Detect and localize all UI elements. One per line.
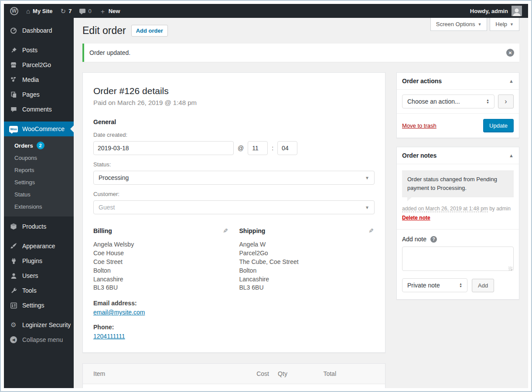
sidebar-item-plugins[interactable]: Plugins — [4, 253, 74, 268]
dismiss-notice-icon[interactable]: ✕ — [506, 49, 514, 57]
sidebar-label: Loginizer Security — [22, 321, 71, 328]
updates-icon: ↻ — [61, 8, 66, 14]
date-created-label: Date created: — [93, 132, 375, 138]
customer-value: Guest — [99, 204, 115, 211]
sidebar-item-tools[interactable]: Tools — [4, 283, 74, 298]
order-actions-heading: Order actions — [402, 78, 442, 84]
order-notes-heading: Order notes — [402, 152, 437, 159]
help-icon[interactable]: ? — [430, 236, 437, 243]
sidebar-item-settings[interactable]: Settings — [4, 298, 74, 313]
wordpress-logo-icon[interactable]: W — [10, 7, 18, 15]
customer-select[interactable]: Guest ▼ — [93, 200, 375, 214]
order-actions-box: Order actions ▲ Choose an action... ▲▼ › — [396, 72, 519, 138]
plus-icon: ＋ — [99, 8, 106, 14]
sidebar-item-comments[interactable]: Comments — [4, 102, 74, 117]
sidebar-item-woocommerce[interactable]: Woo WooCommerce — [4, 122, 74, 136]
shipping-line: Parcel2Go — [239, 249, 374, 258]
add-note-label: Add note — [402, 236, 426, 243]
brush-icon — [9, 243, 18, 250]
woocommerce-icon: Woo — [9, 126, 18, 132]
status-select[interactable]: Processing ▼ — [93, 171, 375, 185]
screen-options-label: Screen Options — [436, 21, 475, 27]
browser-frame: W ⌂ My Site ↻ 7 0 ＋ New H — [0, 0, 532, 392]
admin-bar: W ⌂ My Site ↻ 7 0 ＋ New H — [4, 4, 528, 18]
email-label: Email address: — [93, 300, 228, 307]
items-table-header: Item Cost Qty Total — [83, 364, 385, 384]
phone-link[interactable]: 1204111111 — [93, 333, 125, 340]
avatar[interactable] — [512, 6, 522, 16]
admin-bar-comments[interactable]: 0 — [79, 8, 91, 14]
submenu-orders[interactable]: Orders 2 — [4, 139, 74, 152]
hour-input[interactable] — [248, 141, 268, 155]
sidebar-item-collapse[interactable]: ◀ Collapse menu — [4, 332, 74, 347]
submenu-reports[interactable]: Reports — [4, 164, 74, 176]
admin-bar-updates[interactable]: ↻ 7 — [61, 8, 72, 14]
admin-bar-site[interactable]: ⌂ My Site — [26, 8, 53, 14]
apply-action-button[interactable]: › — [498, 95, 514, 108]
success-notice: Order updated. ✕ — [82, 44, 519, 62]
chevron-down-icon: ▼ — [510, 22, 514, 27]
sidebar-item-dashboard[interactable]: Dashboard — [4, 23, 74, 38]
shipping-line: Angela W — [239, 240, 374, 249]
billing-line: BL3 6BU — [93, 284, 228, 292]
submenu-status[interactable]: Status — [4, 188, 74, 200]
sidebar-label: Pages — [22, 91, 40, 98]
submenu-settings[interactable]: Settings — [4, 176, 74, 188]
sidebar-item-media[interactable]: Media — [4, 72, 74, 87]
cost-column-header: Cost — [230, 370, 269, 377]
note-meta: added on March 26, 2019 at 1:48 pm by ad… — [402, 204, 514, 222]
wrench-icon — [9, 287, 18, 294]
sidebar-label: Collapse menu — [22, 336, 63, 343]
shipping-line: Bolton — [239, 267, 374, 275]
sidebar-label: Settings — [22, 302, 44, 309]
howdy-text[interactable]: Howdy, admin — [470, 8, 508, 14]
help-tab[interactable]: Help ▼ — [490, 18, 519, 31]
shipping-column: Shipping ✎ Angela W Parcel2Go The Cube, … — [239, 227, 375, 340]
screen-options-tab[interactable]: Screen Options ▼ — [430, 18, 488, 31]
admin-bar-new[interactable]: ＋ New — [99, 8, 120, 14]
delete-note-link[interactable]: Delete note — [402, 215, 430, 221]
select-stepper-icon: ▲▼ — [486, 99, 489, 104]
sidebar-item-pages[interactable]: Pages — [4, 87, 74, 102]
sidebar-label: Tools — [22, 287, 37, 294]
products-icon — [9, 223, 18, 230]
collapse-panel-icon[interactable]: ▲ — [509, 78, 514, 84]
add-note-button[interactable]: Add — [472, 279, 494, 292]
collapse-panel-icon[interactable]: ▲ — [509, 153, 514, 158]
general-heading: General — [93, 118, 375, 125]
sidebar-item-loginizer[interactable]: ⚙ Loginizer Security — [4, 318, 74, 332]
order-notes-box: Order notes ▲ Order status changed from … — [396, 147, 519, 300]
add-order-button[interactable]: Add order — [131, 25, 168, 37]
minute-input[interactable] — [277, 141, 297, 155]
media-icon — [9, 76, 18, 83]
chevron-down-icon: ▼ — [365, 205, 369, 210]
comments-icon — [79, 9, 85, 13]
sidebar-item-users[interactable]: Users — [4, 268, 74, 283]
order-action-select[interactable]: Choose an action... ▲▼ — [402, 95, 494, 108]
sidebar-item-appearance[interactable]: Appearance — [4, 239, 74, 253]
collapse-icon: ◀ — [9, 336, 18, 343]
sidebar-item-posts[interactable]: Posts — [4, 43, 74, 57]
chevron-down-icon: ▼ — [477, 22, 481, 27]
sidebar-label: Plugins — [22, 257, 42, 264]
date-created-input[interactable] — [93, 141, 234, 155]
sidebar-item-parcel2go[interactable]: Parcel2Go — [4, 57, 74, 72]
submenu-extensions[interactable]: Extensions — [4, 200, 74, 213]
note-type-value: Private note — [407, 282, 440, 289]
move-to-trash-link[interactable]: Move to trash — [402, 122, 437, 129]
sidebar-label: Appearance — [22, 243, 55, 250]
update-button[interactable]: Update — [483, 119, 514, 132]
edit-billing-icon[interactable]: ✎ — [223, 227, 228, 234]
status-value: Processing — [99, 174, 129, 181]
total-column-header: Total — [296, 370, 336, 377]
help-label: Help — [495, 21, 507, 27]
submenu-coupons[interactable]: Coupons — [4, 152, 74, 164]
colon-symbol: : — [272, 145, 273, 152]
sidebar-item-products[interactable]: Products — [4, 219, 74, 234]
edit-shipping-icon[interactable]: ✎ — [368, 227, 374, 234]
add-note-textarea[interactable] — [402, 247, 514, 271]
sidebar-label: Comments — [22, 106, 52, 113]
email-link[interactable]: email@mysite.com — [93, 309, 145, 316]
submenu-label: Settings — [14, 179, 35, 186]
note-type-select[interactable]: Private note ▲▼ — [402, 278, 467, 292]
